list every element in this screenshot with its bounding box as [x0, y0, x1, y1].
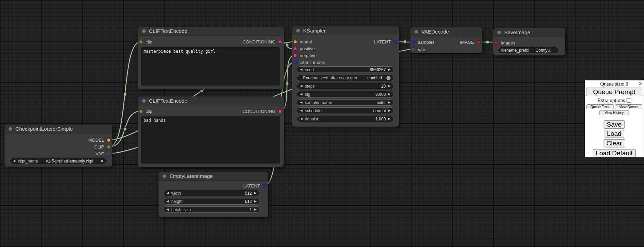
right-arrow-icon[interactable]: ▶ [254, 200, 257, 203]
node-empty-latent-image[interactable]: EmptyLatentImage LATENT ◀ width 512 ▶ ◀ … [159, 172, 268, 217]
queue-front-button[interactable]: Queue Front [586, 104, 614, 109]
ckpt-name-widget[interactable]: ◀ ckpt_name v1-5-pruned-emaonly.ckpt ▶ [10, 158, 107, 164]
right-arrow-icon[interactable]: ▶ [254, 192, 257, 195]
left-arrow-icon[interactable]: ◀ [300, 93, 302, 96]
view-history-button[interactable]: View History [599, 110, 629, 115]
conditioning-port-icon[interactable] [293, 47, 297, 51]
left-arrow-icon[interactable]: ◀ [300, 117, 302, 120]
widget-label: batch_size [171, 207, 191, 212]
load-default-button[interactable]: Load Default [593, 149, 636, 157]
conditioning-port-icon[interactable] [278, 40, 282, 44]
node-title: CLIPTextEncode [149, 28, 187, 34]
latent-port-icon[interactable] [263, 184, 267, 188]
random-seed-toggle-widget[interactable]: Random seed after every gen enabled [297, 75, 394, 81]
left-arrow-icon[interactable]: ◀ [166, 208, 169, 211]
node-ksampler[interactable]: KSampler model positive negative latent_… [292, 26, 399, 127]
conditioning-port-icon[interactable] [278, 109, 282, 113]
denoise-widget[interactable]: ◀ denoise 1.000 ▶ [297, 116, 394, 122]
node-title-bar[interactable]: KSampler [292, 26, 399, 35]
steps-widget[interactable]: ◀ steps 20 ▶ [297, 83, 394, 89]
node-vae-decode[interactable]: VAEDecode samples vae IMAGE [410, 27, 482, 53]
slot-label: images [501, 40, 515, 46]
collapse-dot-icon[interactable] [142, 99, 146, 103]
latent-port-icon[interactable] [411, 40, 415, 44]
collapse-dot-icon[interactable] [414, 30, 418, 34]
clear-button[interactable]: Clear [604, 139, 625, 147]
left-arrow-icon[interactable]: ◀ [166, 192, 169, 195]
node-title-bar[interactable]: CLIPTextEncode [138, 27, 284, 36]
sampler-name-widget[interactable]: ◀ sampler_name euler ▶ [297, 99, 394, 106]
collapse-dot-icon[interactable] [142, 29, 146, 33]
queue-prompt-button[interactable]: Queue Prompt [586, 88, 642, 96]
widget-value: euler [376, 100, 386, 105]
collapse-dot-icon[interactable] [163, 174, 166, 178]
extra-options-checkbox[interactable] [627, 98, 631, 103]
node-clip-text-encode-negative[interactable]: CLIPTextEncode clip CONDITIONING bad han… [138, 96, 284, 167]
model-port-icon[interactable] [107, 138, 111, 142]
latent-port-icon[interactable] [293, 61, 297, 64]
toggle-on-icon[interactable] [386, 76, 391, 80]
save-button[interactable]: Save [604, 120, 625, 129]
node-title-bar[interactable]: SaveImage [493, 28, 565, 37]
node-title-bar[interactable]: CLIPTextEncode [138, 96, 284, 105]
right-arrow-icon[interactable]: ▶ [388, 109, 391, 112]
slot-label: CONDITIONING [243, 39, 275, 44]
node-clip-text-encode-positive[interactable]: CLIPTextEncode clip CONDITIONING masterp… [138, 27, 284, 89]
left-arrow-icon[interactable]: ◀ [300, 101, 302, 104]
right-arrow-icon[interactable]: ▶ [388, 93, 391, 96]
right-arrow-icon[interactable]: ▶ [388, 101, 391, 104]
image-port-icon[interactable] [494, 41, 498, 45]
node-title: KSampler [303, 28, 326, 34]
clip-port-icon[interactable] [139, 40, 143, 44]
right-arrow-icon[interactable]: ▶ [388, 117, 391, 120]
seed-widget[interactable]: ◀ seed 8566257 ▶ [297, 66, 394, 73]
node-title: SaveImage [504, 29, 530, 35]
right-arrow-icon[interactable]: ▶ [101, 159, 104, 162]
slot-label: negative [300, 53, 317, 58]
node-title-bar[interactable]: VAEDecode [410, 27, 482, 36]
node-checkpoint-loader-simple[interactable]: CheckpointLoaderSimple MODEL CLIP VAE ◀ … [4, 125, 112, 167]
node-graph-canvas[interactable]: CheckpointLoaderSimple MODEL CLIP VAE ◀ … [0, 0, 644, 247]
collapse-dot-icon[interactable] [296, 29, 300, 32]
clip-port-icon[interactable] [107, 145, 111, 149]
node-title-bar[interactable]: CheckpointLoaderSimple [4, 125, 112, 133]
view-queue-button[interactable]: View Queue [615, 104, 642, 109]
load-button[interactable]: Load [605, 130, 624, 138]
collapse-dot-icon[interactable] [9, 127, 12, 131]
right-arrow-icon[interactable]: ▶ [388, 84, 391, 88]
widget-label: steps [305, 84, 315, 89]
node-title-bar[interactable]: EmptyLatentImage [159, 172, 268, 181]
widget-label: width [171, 191, 181, 196]
left-arrow-icon[interactable]: ◀ [300, 68, 302, 71]
left-arrow-icon[interactable]: ◀ [166, 200, 169, 203]
left-arrow-icon[interactable]: ◀ [300, 109, 302, 112]
input-slot-images: images [494, 39, 515, 46]
vae-port-icon[interactable] [107, 152, 111, 156]
cfg-widget[interactable]: ◀ cfg 8.000 ▶ [297, 91, 394, 98]
node-title: CheckpointLoaderSimple [15, 126, 73, 132]
batch-size-widget[interactable]: ◀ batch_size 1 ▶ [163, 206, 260, 213]
node-save-image[interactable]: SaveImage images filename_prefix ComfyUI [493, 28, 565, 55]
filename-prefix-widget[interactable]: filename_prefix ComfyUI [498, 47, 559, 53]
collapse-dot-icon[interactable] [497, 31, 501, 34]
input-slot-clip: clip [139, 38, 152, 45]
right-arrow-icon[interactable]: ▶ [254, 208, 257, 211]
image-port-icon[interactable] [477, 40, 481, 44]
left-arrow-icon[interactable]: ◀ [13, 159, 15, 162]
negative-prompt-textarea[interactable]: bad hands [141, 116, 280, 164]
conditioning-port-icon[interactable] [293, 54, 297, 57]
slot-label: model [300, 39, 312, 44]
height-widget[interactable]: ◀ height 512 ▶ [163, 198, 260, 205]
scheduler-widget[interactable]: ◀ scheduler normal ▶ [297, 107, 394, 114]
model-port-icon[interactable] [293, 40, 297, 44]
vae-port-icon[interactable] [411, 48, 415, 51]
width-widget[interactable]: ◀ width 512 ▶ [163, 190, 260, 196]
left-arrow-icon[interactable]: ◀ [300, 84, 302, 88]
settings-gear-icon[interactable]: ⚙ [638, 81, 642, 86]
right-arrow-icon[interactable]: ▶ [388, 68, 391, 71]
input-slot-latent-image: latent_image [293, 59, 325, 66]
positive-prompt-textarea[interactable]: masterpiece best quality girl [141, 47, 280, 86]
latent-port-icon[interactable] [394, 40, 397, 44]
clip-port-icon[interactable] [139, 109, 143, 113]
input-slot-vae: vae [411, 46, 425, 53]
